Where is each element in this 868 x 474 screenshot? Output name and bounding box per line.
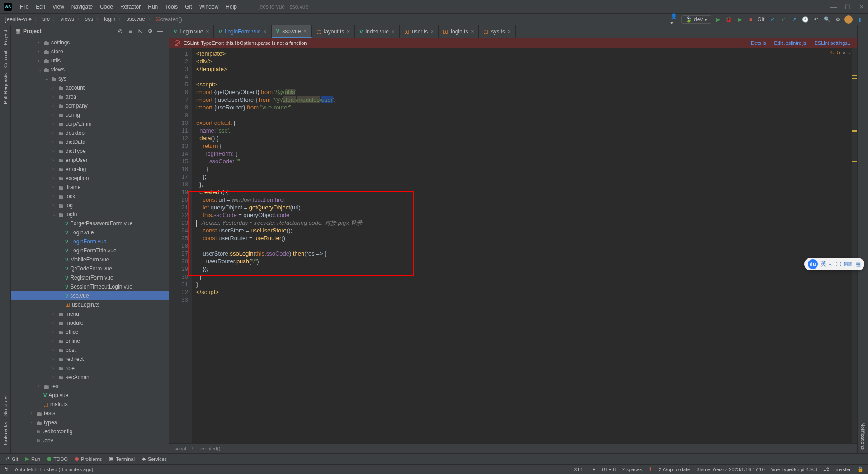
ime-lang[interactable]: 英: [821, 260, 826, 268]
maximize-button[interactable]: ☐: [845, 3, 851, 10]
code-line[interactable]: <script>: [196, 81, 852, 88]
user-icon[interactable]: 👤▾: [670, 15, 679, 24]
more-icon[interactable]: ▮: [855, 15, 863, 24]
tree-item[interactable]: 🗎.env: [11, 436, 169, 445]
menu-git[interactable]: Git: [181, 4, 195, 10]
code-line[interactable]: }: [196, 280, 852, 288]
tree-item[interactable]: 🕮useLogin.ts: [11, 300, 169, 309]
crumb-part[interactable]: src: [42, 16, 51, 22]
code-line[interactable]: loginForm: {: [196, 150, 852, 157]
strip-notifications[interactable]: Notifications: [860, 419, 866, 453]
tree-item[interactable]: ›🖿dictType: [11, 147, 169, 156]
code-line[interactable]: ssoCode: "",: [196, 157, 852, 165]
eslint-details-link[interactable]: Details: [751, 40, 766, 46]
avatar[interactable]: [844, 15, 853, 24]
tree-item[interactable]: ›🖿empUser: [11, 156, 169, 165]
editor-tab[interactable]: 🕮sys.ts×: [479, 25, 516, 38]
strip-bookmarks[interactable]: Bookmarks: [3, 419, 8, 450]
project-tree[interactable]: ›🖿settings›🖿store›🖿utils⌄🖿views⌄🖿sys›🖿ac…: [11, 37, 169, 453]
editor-tab[interactable]: VLogin.vue×: [169, 25, 214, 38]
tree-item[interactable]: ›🖿error-log: [11, 165, 169, 174]
menu-help[interactable]: Help: [222, 4, 241, 10]
code-line[interactable]: [196, 111, 852, 119]
tree-item[interactable]: ⌄🖿sys: [11, 74, 169, 83]
tool-terminal[interactable]: ▣Terminal: [109, 456, 135, 462]
tree-item[interactable]: ›🖿log: [11, 201, 169, 210]
code-line[interactable]: }: [196, 273, 852, 280]
tree-item[interactable]: ›🖿post: [11, 346, 169, 355]
ime-keyboard-icon[interactable]: ⌨: [844, 261, 853, 268]
crumb-script[interactable]: script: [175, 446, 186, 451]
close-icon[interactable]: ×: [206, 28, 209, 35]
menu-view[interactable]: View: [49, 4, 68, 10]
crumb-part[interactable]: login: [103, 16, 116, 22]
crumb-part[interactable]: sso.vue: [125, 16, 146, 22]
close-icon[interactable]: ×: [430, 28, 434, 35]
tree-item[interactable]: ›🖿module: [11, 318, 169, 327]
tool-run[interactable]: ▶Run: [25, 456, 40, 462]
strip-project[interactable]: Project: [3, 27, 8, 48]
editor-tab[interactable]: VLoginForm.vue×: [214, 25, 271, 38]
editor-tab[interactable]: Vsso.vue×: [272, 25, 312, 38]
lock-icon[interactable]: 🔒: [857, 466, 863, 472]
close-icon[interactable]: ×: [347, 28, 350, 35]
status-indent[interactable]: 2 spaces: [622, 467, 642, 472]
strip-pull-requests[interactable]: Pull Requests: [3, 71, 8, 107]
status-delta[interactable]: 2 Δ/up-to-date: [659, 467, 690, 472]
tree-item[interactable]: ›🖿store: [11, 47, 169, 56]
tree-item[interactable]: ›🖿area: [11, 92, 169, 101]
code-line[interactable]: }: [196, 165, 852, 173]
tree-item[interactable]: ›🖿test: [11, 382, 169, 391]
tree-item[interactable]: ⌄🖿login: [11, 210, 169, 219]
strip-structure[interactable]: Structure: [3, 393, 8, 419]
search-icon[interactable]: 🔍: [823, 15, 831, 24]
crumb-created[interactable]: created(): [200, 446, 220, 451]
locate-icon[interactable]: ⊚: [116, 27, 124, 35]
editor-tab[interactable]: 🕮login.ts×: [439, 25, 479, 38]
hide-icon[interactable]: —: [156, 27, 164, 35]
eslint-settings-link[interactable]: ESLint settings...: [814, 40, 852, 46]
tree-item[interactable]: ›🖿iframe: [11, 183, 169, 192]
code-line[interactable]: [196, 296, 852, 303]
ime-grid-icon[interactable]: ▦: [855, 261, 861, 268]
code-line[interactable]: },: [196, 180, 852, 188]
code-line[interactable]: <div/>: [196, 57, 852, 65]
status-vue[interactable]: Vue TypeScript 4.9.3: [771, 467, 817, 472]
menu-navigate[interactable]: Navigate: [68, 4, 96, 10]
code-line[interactable]: </template>: [196, 65, 852, 73]
status-line-sep[interactable]: LF: [590, 467, 595, 472]
ime-punct-icon[interactable]: •,: [829, 261, 833, 268]
menu-edit[interactable]: Edit: [32, 4, 49, 10]
menu-window[interactable]: Window: [196, 4, 222, 10]
code-line[interactable]: import {useRouter} from "vue-router";: [196, 104, 852, 111]
code-line[interactable]: const url = window.location.href: [196, 196, 852, 204]
strip-commit[interactable]: Commit: [3, 48, 8, 71]
code-line[interactable]: const userRouter = useRouter(): [196, 234, 852, 242]
stop-button[interactable]: ■: [746, 15, 755, 24]
editor-tab[interactable]: 🕮layout.ts×: [312, 25, 355, 38]
tree-item[interactable]: VQrCodeForm.vue: [11, 264, 169, 273]
tree-item[interactable]: ›🖿tests: [11, 409, 169, 418]
tree-item[interactable]: VLogin.vue: [11, 228, 169, 237]
status-branch[interactable]: master: [835, 467, 851, 472]
ime-screen-icon[interactable]: 🖵: [835, 261, 841, 268]
status-sync-icon[interactable]: ↯: [5, 466, 9, 472]
code-line[interactable]: });: [196, 265, 852, 273]
status-encoding[interactable]: UTF-8: [602, 467, 616, 472]
settings-gear-icon[interactable]: ⚙: [146, 27, 154, 35]
tree-item[interactable]: ›🖿settings: [11, 38, 169, 47]
editor-tab[interactable]: Vindex.vue×: [355, 25, 400, 38]
menu-tools[interactable]: Tools: [161, 4, 181, 10]
status-blame[interactable]: Blame: Aeizzz 2023/1/16 17:10: [696, 467, 765, 472]
close-icon[interactable]: ×: [471, 28, 474, 35]
code-editor[interactable]: ⚠5 ʌv 1234567891011121314151617181920212…: [169, 48, 857, 443]
error-stripe[interactable]: [852, 48, 857, 443]
code-line[interactable]: };: [196, 173, 852, 180]
crumb-project[interactable]: jeesite-vue: [5, 16, 33, 23]
tree-item[interactable]: ›🖿exception: [11, 174, 169, 183]
close-icon[interactable]: ×: [304, 28, 307, 34]
menu-code[interactable]: Code: [96, 4, 117, 10]
coverage-button[interactable]: ▶: [736, 15, 744, 24]
tree-item[interactable]: ›🖿redirect: [11, 355, 169, 364]
tree-item[interactable]: ›🖿role: [11, 364, 169, 373]
